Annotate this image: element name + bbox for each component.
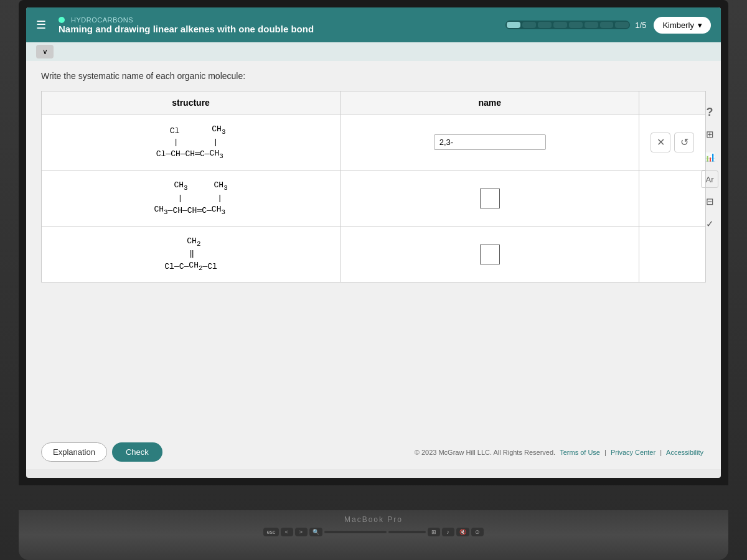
double-bond-sign: ═ — [195, 147, 200, 161]
chain3-c: C — [179, 259, 184, 274]
table-row: CH2 ‖ Cl — — [42, 226, 706, 282]
key-mute[interactable]: 🔇 — [456, 528, 469, 536]
screen-bezel: ☰ HYDROCARBONS Naming and drawing linear… — [19, 0, 728, 485]
sub-ch3-top-b: CH3 — [214, 178, 228, 194]
blank-box-3[interactable] — [480, 245, 500, 264]
bond3-2: — — [184, 259, 189, 274]
bond3-1: — — [174, 259, 179, 274]
col-name: name — [341, 91, 639, 114]
table-row: Cl CH3 | | — [42, 114, 706, 170]
bond3-3: — — [202, 259, 207, 274]
name-input-area-1 — [350, 134, 629, 150]
chain2-ch2: CH — [187, 203, 197, 218]
header-subtitle: HYDROCARBONS — [71, 16, 133, 24]
progress-empty-5 — [585, 22, 598, 28]
name-input-area-2 — [350, 189, 629, 208]
bond2-3: — — [207, 203, 212, 218]
footer-text: © 2023 McGraw Hill LLC. All Rights Reser… — [415, 449, 706, 456]
chain-ch: CH — [171, 147, 181, 161]
bottom-left: Explanation Check — [41, 442, 162, 462]
chain3-ch2: CH2 — [189, 258, 202, 274]
sub-ch3-top-a: CH3 — [174, 178, 187, 194]
table-row: CH3 CH3 | | — [42, 170, 706, 226]
action-cell-2 — [639, 170, 706, 226]
bond-2: — — [181, 147, 186, 161]
collapse-button[interactable]: ∨ — [36, 45, 54, 58]
progress-empty-3 — [553, 22, 567, 28]
key-lt[interactable]: < — [281, 528, 293, 536]
progress-empty-4 — [569, 22, 583, 28]
macbook-label: MacBook Pro — [344, 515, 403, 524]
chevron-down-icon: ▾ — [698, 21, 702, 30]
vert-bar-1: | — [174, 138, 179, 146]
action-cell-1: ✕ ↺ — [639, 114, 706, 170]
substituent-cl-top: Cl — [170, 124, 180, 138]
terms-link[interactable]: Terms of Use — [560, 449, 600, 456]
structure-cell-3: CH2 ‖ Cl — — [42, 226, 341, 282]
vert-bar-a: | — [177, 194, 182, 202]
key-search[interactable]: 🔍 — [309, 528, 322, 536]
key-gt[interactable]: > — [295, 528, 308, 536]
bond2-1: — — [168, 203, 173, 218]
chain2-ch: CH — [172, 203, 182, 218]
main-content: Write the systematic name of each organi… — [26, 61, 721, 469]
progress-empty-1 — [522, 22, 536, 28]
progress-filled-1 — [507, 22, 520, 28]
chain2-c: C — [202, 203, 207, 218]
collapse-row: ∨ — [26, 42, 721, 61]
chain2-ch3: CH3 — [154, 202, 167, 218]
bottom-bar: Explanation Check © 2023 McGraw Hill LLC… — [26, 435, 721, 469]
privacy-link[interactable]: Privacy Center — [611, 449, 655, 456]
vert-bar-b: | — [217, 194, 222, 202]
macbook-bottom: MacBook Pro esc < > 🔍 ⊞ ♪ 🔇 ⊙ — [19, 510, 728, 560]
sub-ch2-top: CH2 — [187, 234, 200, 250]
structure-cell-2: CH3 CH3 | | — [42, 170, 341, 226]
status-dot — [59, 17, 65, 23]
check-icon-button[interactable]: ✓ — [701, 215, 718, 233]
table-icon-button[interactable]: ⊞ — [701, 126, 718, 143]
chain-ch3-end: CH3 — [210, 146, 223, 162]
chain2-ch3-end: CH3 — [212, 202, 225, 218]
grid-icon-button[interactable]: ⊟ — [701, 193, 718, 210]
blank-box-2[interactable] — [480, 189, 500, 208]
check-button[interactable]: Check — [112, 442, 162, 462]
key-esc[interactable]: esc — [263, 528, 278, 536]
substituent-ch3-top: CH3 — [212, 122, 225, 138]
action-cell-3 — [639, 226, 706, 282]
progress-empty-7 — [615, 22, 629, 28]
hamburger-icon[interactable]: ☰ — [36, 18, 46, 32]
chain3-cl: Cl — [164, 259, 174, 274]
double-vert: ‖ — [189, 250, 194, 258]
user-menu-button[interactable]: Kimberly ▾ — [654, 17, 711, 34]
explanation-button[interactable]: Explanation — [41, 442, 107, 462]
name-cell-1 — [341, 114, 639, 170]
key-num[interactable]: ⊞ — [428, 528, 440, 536]
ar-button[interactable]: Ar — [701, 170, 718, 188]
key-space2[interactable] — [388, 531, 426, 533]
key-cam[interactable]: ⊙ — [471, 528, 484, 536]
key-space[interactable] — [324, 531, 387, 533]
chain-cl: Cl — [156, 147, 166, 161]
header-bar: ☰ HYDROCARBONS Naming and drawing linear… — [26, 7, 721, 42]
clear-button-1[interactable]: ✕ — [651, 133, 670, 152]
chevron-down-icon: ∨ — [42, 47, 48, 56]
accessibility-link[interactable]: Accessibility — [666, 449, 703, 456]
chart-icon-button[interactable]: 📊 — [701, 148, 718, 166]
name-cell-3 — [341, 226, 639, 282]
bond2-2: — — [182, 203, 187, 218]
progress-bar-area: 1/5 — [505, 21, 646, 30]
key-sound[interactable]: ♪ — [442, 528, 454, 536]
bond-1: — — [166, 147, 171, 161]
undo-button-1[interactable]: ↺ — [674, 133, 694, 152]
chain3-cl-end: Cl — [207, 259, 217, 274]
bond-3: — — [205, 147, 210, 161]
header-title-area: HYDROCARBONS Naming and drawing linear a… — [59, 16, 498, 34]
col-structure: structure — [42, 91, 341, 114]
progress-count: 1/5 — [635, 21, 646, 30]
name-input-area-3 — [350, 245, 629, 264]
name-input-1[interactable] — [434, 134, 546, 150]
header-main-title: Naming and drawing linear alkenes with o… — [59, 24, 498, 34]
copyright-text: © 2023 McGraw Hill LLC. All Rights Reser… — [415, 449, 555, 456]
help-button[interactable]: ? — [701, 103, 718, 121]
chain-c: C — [200, 147, 205, 161]
